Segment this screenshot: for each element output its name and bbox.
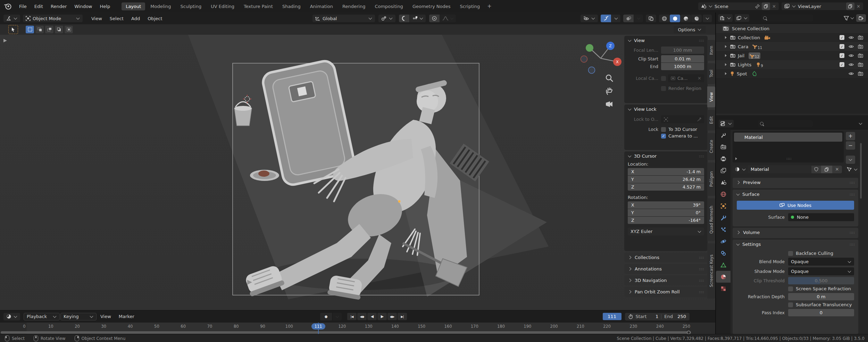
npanel-collapsed-pan-orbit-zoom-roll[interactable]: Pan Orbit Zoom Roll (624, 287, 708, 297)
npanel-tab-create[interactable]: Create (707, 133, 715, 160)
active-tool-button[interactable] (8, 25, 18, 34)
pass-index-field[interactable]: 0 (788, 309, 854, 316)
workspace-tab[interactable]: Sculpting (176, 2, 206, 10)
panel-grip[interactable] (699, 289, 704, 294)
properties-search-input[interactable] (758, 120, 813, 127)
timeline-scrollbar[interactable] (1, 331, 691, 334)
menu-item[interactable]: File (15, 4, 31, 9)
expand-icon[interactable] (725, 54, 727, 57)
menu-item[interactable]: View (97, 314, 115, 319)
hide-eye-icon[interactable] (848, 72, 854, 76)
timeline-ruler[interactable]: 0102030405060708090100120130140150160170… (0, 322, 715, 334)
tab-output[interactable] (716, 153, 731, 165)
outliner-row-scene-collection[interactable]: Scene Collection (716, 24, 868, 33)
cursor-rot-z[interactable]: Z-164° (628, 217, 704, 224)
xray-toggle[interactable] (646, 15, 656, 22)
tool-options-button[interactable]: Options (674, 26, 706, 33)
overlays-dropdown[interactable] (634, 15, 643, 22)
local-camera-field[interactable]: Ca... ✕ (668, 74, 704, 82)
select-mode-intersect[interactable] (65, 26, 73, 33)
use-nodes-button[interactable]: Use Nodes (737, 201, 854, 210)
menu-item[interactable]: Object (144, 16, 166, 21)
editor-type-button[interactable] (3, 15, 20, 22)
play-reverse-button[interactable]: ◀ (367, 313, 377, 320)
panel-grip[interactable] (699, 266, 704, 272)
npanel-collapsed-annotations[interactable]: Annotations (624, 264, 708, 274)
properties-editor-type-button[interactable] (719, 120, 734, 127)
proportional-editing-toggle[interactable] (429, 15, 440, 22)
clip-start-field[interactable]: 0.01 m (661, 55, 704, 62)
outliner-empty-area[interactable] (716, 78, 868, 114)
rotation-order-dropdown[interactable]: XYZ Euler (628, 227, 704, 235)
tab-modifiers[interactable] (716, 212, 731, 224)
shading-rendered-button[interactable] (691, 15, 702, 22)
pan-view-hand-icon[interactable] (605, 87, 614, 96)
viewlayer-selector[interactable]: ViewLayer ✕ (782, 2, 863, 10)
shading-material-button[interactable] (681, 15, 691, 22)
tab-view-layer[interactable] (716, 165, 731, 176)
axis-x-neg-ball[interactable] (581, 56, 587, 62)
properties-scrollbar[interactable] (860, 143, 862, 199)
cursor-loc-z[interactable]: Z4.527 m (628, 183, 704, 191)
panel-grip[interactable] (699, 38, 704, 43)
menu-item[interactable]: Marker (115, 314, 138, 319)
expand-icon[interactable] (725, 72, 727, 75)
workspace-tab[interactable]: Geometry Nodes (408, 2, 455, 10)
tab-object-data[interactable] (716, 259, 731, 271)
outliner-display-mode-button[interactable] (735, 14, 749, 22)
auto-keying-toggle[interactable]: ● (320, 313, 332, 320)
shadow-mode-dropdown[interactable]: Opaque (788, 267, 854, 275)
panel-grip[interactable] (699, 278, 704, 283)
hide-eye-icon[interactable] (848, 53, 854, 58)
outliner-editor-type-button[interactable] (718, 14, 733, 22)
outliner-row-jail[interactable]: Jail 12 ✓ (716, 51, 868, 60)
workspace-tab[interactable]: Texture Paint (240, 2, 277, 10)
workspace-tab[interactable]: Layout (122, 2, 145, 10)
scene-selector[interactable]: Scene ✕ (698, 2, 779, 10)
navigation-gizmo[interactable]: Z X (576, 38, 628, 80)
panel-grip[interactable] (850, 180, 855, 185)
surface-shader-field[interactable]: None (788, 213, 854, 221)
close-icon[interactable]: ✕ (772, 4, 776, 9)
select-mode-subtract[interactable] (45, 26, 53, 33)
npanel-tab-screencast-keys[interactable]: Screencast Keys (707, 243, 715, 299)
npanel-tab-quad-remesh[interactable]: Quad Remesh (707, 198, 715, 241)
remove-slot-button[interactable]: − (846, 141, 855, 150)
exclude-checkbox[interactable]: ✓ (840, 35, 844, 40)
panel-grip[interactable] (699, 153, 704, 159)
shading-dropdown[interactable] (703, 15, 712, 22)
npanel-collapsed-3d-navigation[interactable]: 3D Navigation (624, 275, 708, 285)
menu-item[interactable]: Add (127, 16, 144, 21)
current-frame-field[interactable]: 111 (603, 313, 621, 320)
tab-texture[interactable] (716, 283, 731, 294)
refraction-depth-field[interactable]: 0 m (788, 293, 854, 300)
cursor-rot-y[interactable]: Y0° (628, 209, 704, 216)
workspace-tab[interactable]: Rendering (338, 2, 369, 10)
tab-material[interactable] (716, 271, 731, 283)
snap-target-button[interactable] (410, 15, 426, 22)
panel-header-settings[interactable]: Settings (733, 240, 858, 249)
slot-specials-button[interactable] (846, 156, 855, 164)
zoom-view-icon[interactable] (605, 74, 614, 83)
next-keyframe-button[interactable]: ◆▶ (387, 313, 397, 320)
unlink-material-button[interactable]: ✕ (832, 166, 842, 173)
fake-user-button[interactable] (811, 166, 821, 173)
start-value[interactable]: 1 (649, 314, 658, 319)
select-mode-new[interactable] (26, 26, 34, 33)
tab-scene[interactable] (716, 176, 731, 188)
tab-world[interactable] (716, 188, 731, 200)
panel-preview[interactable]: Preview (733, 178, 858, 188)
menu-item[interactable]: Help (96, 4, 114, 9)
region-splitter[interactable] (715, 12, 716, 334)
menu-item[interactable]: View (87, 16, 106, 21)
hide-eye-icon[interactable] (848, 35, 854, 40)
pivot-point-button[interactable] (378, 15, 395, 22)
outliner-row-spot[interactable]: Spot (716, 69, 868, 78)
render-camera-icon[interactable] (858, 72, 863, 76)
camera-view-icon[interactable] (605, 100, 614, 109)
add-slot-button[interactable]: + (846, 132, 855, 140)
workspace-tab[interactable]: Modeling (146, 2, 175, 10)
stopwatch-icon[interactable] (628, 314, 633, 319)
gizmos-dropdown[interactable] (611, 15, 620, 22)
tab-render[interactable] (716, 141, 731, 153)
